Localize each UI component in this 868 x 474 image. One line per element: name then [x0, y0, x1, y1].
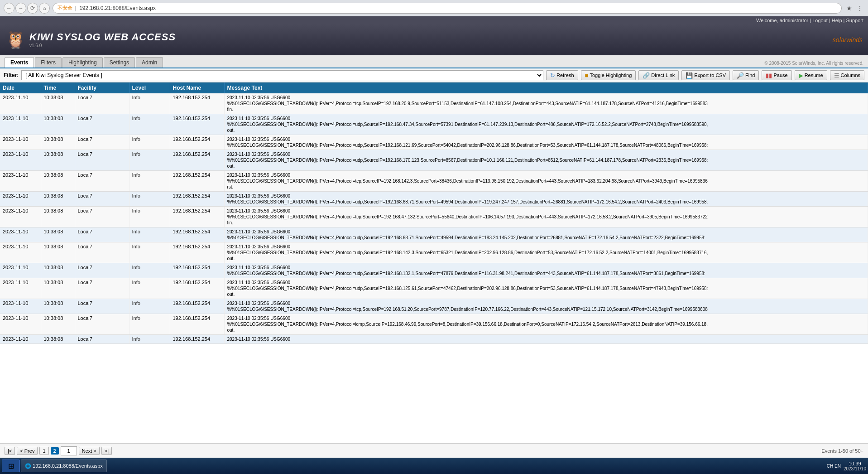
- cell-level: Info: [129, 314, 170, 335]
- cell-level: Info: [129, 114, 170, 135]
- bookmark-star-icon[interactable]: ★: [844, 4, 854, 13]
- cell-date: 2023-11-10: [0, 192, 41, 207]
- address-bar[interactable]: 不安全 | 192.168.0.21:8088/Events.aspx: [53, 3, 842, 14]
- tab-admin[interactable]: Admin: [136, 57, 163, 68]
- cell-message: 2023-11-10 02:35:56 USG6600 %%01SECLOG/6…: [224, 227, 868, 242]
- export-icon: 💾: [686, 72, 693, 79]
- first-page-button[interactable]: |<: [5, 447, 15, 455]
- cell-date: 2023-11-10: [0, 150, 41, 171]
- cell-date: 2023-11-10: [0, 263, 41, 278]
- table-row[interactable]: 2023-11-1010:38:08Local7Info192.168.152.…: [0, 263, 868, 278]
- table-row[interactable]: 2023-11-1010:38:08Local7Info192.168.152.…: [0, 93, 868, 114]
- cell-time: 10:38:08: [41, 93, 75, 114]
- taskbar-app-button[interactable]: 🌐 192.168.0.21:8088/Events.aspx: [21, 459, 107, 468]
- find-icon: 🔎: [737, 72, 744, 79]
- app-title: KIWI SYSLOG WEB ACCESS: [29, 32, 176, 43]
- table-row[interactable]: 2023-11-1010:38:08Local7Info192.168.152.…: [0, 207, 868, 227]
- table-row[interactable]: 2023-11-1010:38:08Local7Info192.168.152.…: [0, 227, 868, 242]
- table-row[interactable]: 2023-11-1010:38:08Local7Info192.168.152.…: [0, 135, 868, 150]
- resume-button[interactable]: ▶ Resume: [795, 70, 827, 80]
- col-header-message[interactable]: Message Text: [224, 82, 868, 93]
- cell-hostname: 192.168.152.254: [170, 335, 224, 344]
- cell-date: 2023-11-10: [0, 299, 41, 314]
- page-number-input[interactable]: [61, 446, 77, 455]
- cell-level: Info: [129, 299, 170, 314]
- col-header-level[interactable]: Level: [129, 82, 170, 93]
- cell-message: 2023-11-10 02:35:56 USG6600 %%01SECLOG/6…: [224, 192, 868, 207]
- columns-label: Columns: [841, 73, 860, 78]
- home-button[interactable]: ⌂: [39, 3, 50, 14]
- col-header-hostname[interactable]: Host Name: [170, 82, 224, 93]
- table-row[interactable]: 2023-11-1010:38:08Local7Info192.168.152.…: [0, 192, 868, 207]
- col-header-date[interactable]: Date: [0, 82, 41, 93]
- cell-time: 10:38:08: [41, 114, 75, 135]
- resume-label: Resume: [805, 73, 823, 78]
- next-page-button[interactable]: Next >: [79, 447, 100, 455]
- table-row[interactable]: 2023-11-1010:38:08Local7Info192.168.152.…: [0, 335, 868, 344]
- tab-highlighting[interactable]: Highlighting: [62, 57, 103, 68]
- page-1-button[interactable]: 1: [39, 447, 48, 455]
- export-csv-label: Export to CSV: [694, 73, 726, 78]
- cell-level: Info: [129, 93, 170, 114]
- filter-select[interactable]: [ All Kiwi Syslog Server Events ]: [21, 70, 543, 80]
- tab-events[interactable]: Events: [5, 57, 34, 68]
- prev-page-button[interactable]: < Prev: [17, 447, 38, 455]
- col-header-time[interactable]: Time: [41, 82, 75, 93]
- start-button[interactable]: ⊞: [2, 459, 20, 468]
- forward-button[interactable]: →: [15, 3, 26, 14]
- table-row[interactable]: 2023-11-1010:38:08Local7Info192.168.152.…: [0, 242, 868, 263]
- copyright-text: © 2008-2015 SolarWinds, Inc. All rights …: [764, 61, 863, 68]
- tab-filters[interactable]: Filters: [35, 57, 62, 68]
- cell-date: 2023-11-10: [0, 242, 41, 263]
- cell-hostname: 192.168.152.254: [170, 192, 224, 207]
- cell-hostname: 192.168.152.254: [170, 171, 224, 192]
- cell-level: Info: [129, 263, 170, 278]
- app-header: 🦉 KIWI SYSLOG WEB ACCESS v1.6.0 solarwin…: [0, 24, 868, 55]
- toggle-highlighting-button[interactable]: ■ Toggle Highlighting: [581, 70, 636, 80]
- table-row[interactable]: 2023-11-1010:38:08Local7Info192.168.152.…: [0, 171, 868, 192]
- table-row[interactable]: 2023-11-1010:38:08Local7Info192.168.152.…: [0, 314, 868, 335]
- table-row[interactable]: 2023-11-1010:38:08Local7Info192.168.152.…: [0, 114, 868, 135]
- cell-level: Info: [129, 171, 170, 192]
- table-row[interactable]: 2023-11-1010:38:08Local7Info192.168.152.…: [0, 278, 868, 299]
- pause-button[interactable]: ▮▮ Pause: [762, 70, 791, 80]
- direct-link-button[interactable]: 🔗 Direct Link: [638, 70, 679, 80]
- cell-level: Info: [129, 207, 170, 227]
- toggle-highlighting-label: Toggle Highlighting: [590, 73, 632, 78]
- cell-time: 10:38:08: [41, 192, 75, 207]
- cell-facility: Local7: [75, 207, 129, 227]
- cell-message: 2023-11-10 02:35:56 USG6600 %%01SECLOG/6…: [224, 314, 868, 335]
- find-button[interactable]: 🔎 Find: [733, 70, 759, 80]
- back-button[interactable]: ←: [4, 3, 14, 14]
- last-page-button[interactable]: >|: [101, 447, 112, 455]
- nav-bar: Events Filters Highlighting Settings Adm…: [0, 55, 868, 68]
- welcome-text: Welcome, administrator | Logout | Help |…: [756, 18, 863, 23]
- filter-bar: Filter: [ All Kiwi Syslog Server Events …: [0, 68, 868, 82]
- browser-chrome: ← → ⟳ ⌂ 不安全 | 192.168.0.21:8088/Events.a…: [0, 0, 868, 16]
- cell-message: 2023-11-10 02:35:56 USG6600: [224, 335, 868, 344]
- tab-settings[interactable]: Settings: [104, 57, 135, 68]
- cell-level: Info: [129, 192, 170, 207]
- menu-icon[interactable]: ⋮: [855, 4, 864, 13]
- direct-link-label: Direct Link: [651, 73, 675, 78]
- cell-hostname: 192.168.152.254: [170, 93, 224, 114]
- refresh-button[interactable]: ↻ Refresh: [546, 70, 578, 80]
- cell-message: 2023-11-10 02:35:56 USG6600 %%01SECLOG/6…: [224, 135, 868, 150]
- filter-label: Filter:: [4, 72, 19, 78]
- security-warning: 不安全: [58, 5, 72, 11]
- table-row[interactable]: 2023-11-1010:38:08Local7Info192.168.152.…: [0, 150, 868, 171]
- export-csv-button[interactable]: 💾 Export to CSV: [681, 70, 730, 80]
- solarwinds-logo: solarwinds: [833, 36, 863, 44]
- events-count: Events 1-50 of 50+: [821, 448, 863, 454]
- cell-time: 10:38:08: [41, 135, 75, 150]
- table-row[interactable]: 2023-11-1010:38:08Local7Info192.168.152.…: [0, 299, 868, 314]
- columns-button[interactable]: ☰ Columns: [830, 70, 864, 80]
- cell-time: 10:38:08: [41, 314, 75, 335]
- col-header-facility[interactable]: Facility: [75, 82, 129, 93]
- resume-icon: ▶: [799, 72, 803, 79]
- cell-date: 2023-11-10: [0, 227, 41, 242]
- refresh-browser-button[interactable]: ⟳: [27, 3, 38, 14]
- cell-facility: Local7: [75, 150, 129, 171]
- cell-message: 2023-11-10 02:35:56 USG6600 %%01SECLOG/6…: [224, 263, 868, 278]
- app-logo: 🦉 KIWI SYSLOG WEB ACCESS v1.6.0: [5, 30, 176, 49]
